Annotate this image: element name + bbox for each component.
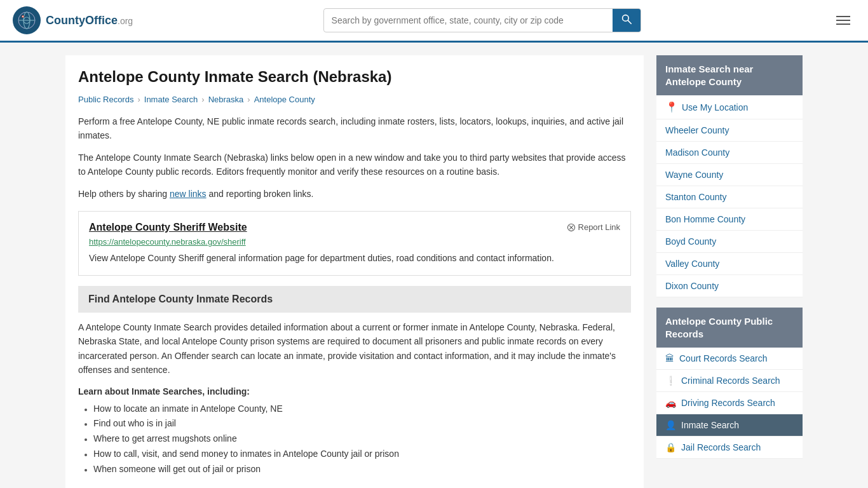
svg-line-7 xyxy=(628,20,631,24)
menu-line xyxy=(836,20,850,21)
link-card-title[interactable]: Antelope County Sheriff Website xyxy=(89,222,247,233)
pr-icon: ❕ xyxy=(665,376,676,386)
public-records-list: 🏛Court Records Search❕Criminal Records S… xyxy=(656,348,803,459)
search-button[interactable] xyxy=(613,9,641,32)
use-location-link[interactable]: 📍 Use My Location xyxy=(656,95,803,119)
nearby-county-link[interactable]: Boyd County xyxy=(656,231,803,252)
nearby-county-link[interactable]: Bon Homme County xyxy=(656,208,803,230)
public-records-link[interactable]: 🔒Jail Records Search xyxy=(656,437,803,458)
pr-icon: 🔒 xyxy=(665,442,676,452)
use-location-item: 📍 Use My Location xyxy=(656,95,803,119)
breadcrumb-public-records[interactable]: Public Records xyxy=(78,95,133,104)
description-1: Perform a free Antelope County, NE publi… xyxy=(78,114,631,143)
nearby-county-item: Bon Homme County xyxy=(656,208,803,231)
nearby-county-link[interactable]: Stanton County xyxy=(656,186,803,208)
nearby-county-link[interactable]: Valley County xyxy=(656,253,803,274)
learn-list-item: How to call, visit, and send money to in… xyxy=(93,447,631,462)
search-input[interactable] xyxy=(324,10,613,30)
learn-list-item: How to locate an inmate in Antelope Coun… xyxy=(93,402,631,417)
find-records-header: Find Antelope County Inmate Records xyxy=(78,286,631,313)
svg-point-6 xyxy=(622,15,628,22)
description-3: Help others by sharing new links and rep… xyxy=(78,187,631,201)
learn-list-item: When someone will get out of jail or pri… xyxy=(93,462,631,477)
pr-label: Court Records Search xyxy=(679,353,768,363)
public-records-section: Antelope County Public Records 🏛Court Re… xyxy=(656,308,803,459)
nearby-county-item: Madison County xyxy=(656,142,803,164)
breadcrumb-nebraska[interactable]: Nebraska xyxy=(208,95,244,104)
breadcrumb-sep: › xyxy=(201,95,204,104)
menu-line xyxy=(836,16,850,17)
public-records-header: Antelope County Public Records xyxy=(656,308,803,348)
desc3-prefix: Help others by sharing xyxy=(78,189,170,199)
breadcrumb-antelope-county[interactable]: Antelope County xyxy=(254,95,315,104)
main-wrapper: Antelope County Inmate Search (Nebraska)… xyxy=(53,43,815,488)
location-pin-icon: 📍 xyxy=(665,101,678,113)
site-header: CountyOffice.org xyxy=(0,0,868,43)
public-records-item: 👤Inmate Search xyxy=(656,414,803,437)
pr-icon: 🚗 xyxy=(665,398,676,408)
learn-list-item: Where to get arrest mugshots online xyxy=(93,431,631,447)
nearby-inmate-header: Inmate Search near Antelope County xyxy=(656,55,803,95)
hamburger-menu-button[interactable] xyxy=(831,11,855,30)
breadcrumb: Public Records › Inmate Search › Nebrask… xyxy=(78,95,631,104)
desc3-suffix: and reporting broken links. xyxy=(207,189,314,199)
main-content: Antelope County Inmate Search (Nebraska)… xyxy=(65,55,644,488)
learn-title: Learn about Inmate Searches, including: xyxy=(78,386,631,396)
nearby-county-item: Stanton County xyxy=(656,186,803,208)
public-records-link[interactable]: 🏛Court Records Search xyxy=(656,348,803,369)
public-records-link[interactable]: ❕Criminal Records Search xyxy=(656,370,803,391)
public-records-link[interactable]: 🚗Driving Records Search xyxy=(656,392,803,414)
new-links-link[interactable]: new links xyxy=(170,189,207,199)
search-bar xyxy=(323,8,641,32)
report-icon xyxy=(567,223,576,232)
public-records-link[interactable]: 👤Inmate Search xyxy=(656,414,803,436)
link-card-description: View Antelope County Sheriff general inf… xyxy=(89,252,620,265)
learn-list: How to locate an inmate in Antelope Coun… xyxy=(78,402,631,477)
pr-label: Inmate Search xyxy=(681,420,739,430)
page-title: Antelope County Inmate Search (Nebraska) xyxy=(78,68,631,86)
description-2: The Antelope County Inmate Search (Nebra… xyxy=(78,151,631,179)
nearby-county-link[interactable]: Wheeler County xyxy=(656,119,803,141)
pr-icon: 👤 xyxy=(665,420,676,430)
public-records-item: 🏛Court Records Search xyxy=(656,348,803,370)
breadcrumb-inmate-search[interactable]: Inmate Search xyxy=(144,95,198,104)
nearby-county-item: Wheeler County xyxy=(656,119,803,142)
learn-list-item: Find out who is in jail xyxy=(93,416,631,431)
svg-point-5 xyxy=(22,16,24,17)
pr-icon: 🏛 xyxy=(665,353,674,363)
nearby-county-link[interactable]: Wayne County xyxy=(656,164,803,186)
nearby-county-link[interactable]: Madison County xyxy=(656,142,803,163)
logo-icon xyxy=(13,6,41,34)
nearby-county-item: Valley County xyxy=(656,253,803,275)
sidebar: Inmate Search near Antelope County 📍 Use… xyxy=(656,55,803,488)
nearby-inmate-section: Inmate Search near Antelope County 📍 Use… xyxy=(656,55,803,297)
report-link-label: Report Link xyxy=(578,222,620,232)
nearby-county-link[interactable]: Dixon County xyxy=(656,275,803,297)
nearby-county-item: Wayne County xyxy=(656,164,803,186)
logo-text: CountyOffice.org xyxy=(46,14,133,27)
nearby-county-list: 📍 Use My Location Wheeler CountyMadison … xyxy=(656,95,803,297)
menu-line xyxy=(836,24,850,25)
nearby-county-item: Dixon County xyxy=(656,275,803,297)
public-records-item: ❕Criminal Records Search xyxy=(656,370,803,392)
link-card-header: Antelope County Sheriff Website Report L… xyxy=(89,222,620,233)
find-records-description: A Antelope County Inmate Search provides… xyxy=(78,320,631,377)
logo-area: CountyOffice.org xyxy=(13,6,133,34)
link-card-url: https://antelopecounty.nebraska.gov/sher… xyxy=(89,237,620,247)
breadcrumb-sep: › xyxy=(137,95,140,104)
report-link-button[interactable]: Report Link xyxy=(567,222,620,232)
link-card: Antelope County Sheriff Website Report L… xyxy=(78,211,631,276)
use-location-label: Use My Location xyxy=(682,102,748,112)
pr-label: Jail Records Search xyxy=(681,442,761,452)
pr-label: Driving Records Search xyxy=(681,398,775,408)
nearby-county-item: Boyd County xyxy=(656,231,803,253)
breadcrumb-sep: › xyxy=(247,95,250,104)
pr-label: Criminal Records Search xyxy=(681,376,780,386)
public-records-item: 🔒Jail Records Search xyxy=(656,437,803,459)
sheriff-website-url[interactable]: https://antelopecounty.nebraska.gov/sher… xyxy=(89,237,246,247)
public-records-item: 🚗Driving Records Search xyxy=(656,392,803,414)
